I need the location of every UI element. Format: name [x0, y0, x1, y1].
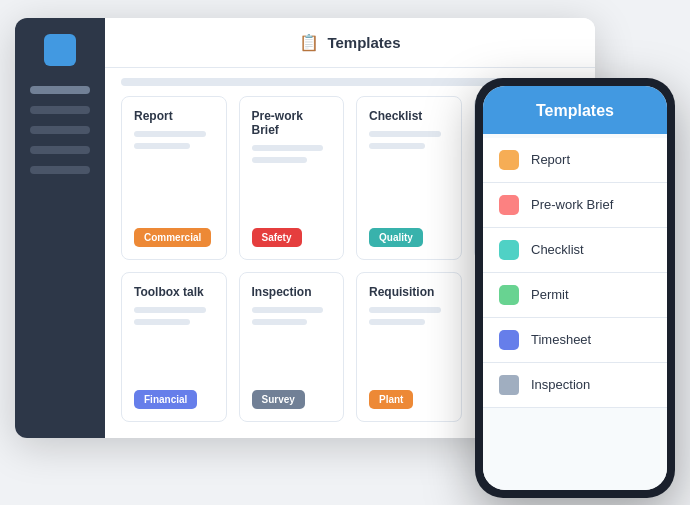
- list-label-prework: Pre-work Brief: [531, 197, 613, 212]
- list-label-checklist: Checklist: [531, 242, 584, 257]
- list-item-prework[interactable]: Pre-work Brief: [483, 183, 667, 228]
- card-prework[interactable]: Pre-work Brief Safety: [239, 96, 345, 260]
- list-item-checklist[interactable]: Checklist: [483, 228, 667, 273]
- card-line: [252, 307, 324, 313]
- mobile-phone: Templates Report Pre-work Brief Checklis…: [475, 78, 675, 498]
- card-toolbox-title: Toolbox talk: [134, 285, 214, 299]
- card-toolbox[interactable]: Toolbox talk Financial: [121, 272, 227, 422]
- sidebar-item-5[interactable]: [30, 166, 90, 174]
- sidebar-item-4[interactable]: [30, 146, 90, 154]
- card-line: [134, 307, 206, 313]
- sidebar-item-2[interactable]: [30, 106, 90, 114]
- sidebar-logo: [44, 34, 76, 66]
- scene: 📋 Templates Report Commercial Pre-wor: [15, 18, 675, 488]
- list-label-report: Report: [531, 152, 570, 167]
- card-line: [252, 157, 308, 163]
- list-label-permit: Permit: [531, 287, 569, 302]
- card-inspection-badge: Survey: [252, 390, 305, 409]
- card-inspection-title: Inspection: [252, 285, 332, 299]
- card-requisition[interactable]: Requisition Plant: [356, 272, 462, 422]
- card-line: [369, 143, 425, 149]
- card-requisition-badge: Plant: [369, 390, 413, 409]
- sidebar-item-3[interactable]: [30, 126, 90, 134]
- dot-checklist-icon: [499, 240, 519, 260]
- card-report-badge: Commercial: [134, 228, 211, 247]
- phone-screen: Templates Report Pre-work Brief Checklis…: [483, 86, 667, 490]
- dot-report-icon: [499, 150, 519, 170]
- card-toolbox-badge: Financial: [134, 390, 197, 409]
- card-line: [369, 131, 441, 137]
- card-line: [134, 131, 206, 137]
- card-line: [252, 319, 308, 325]
- card-checklist-title: Checklist: [369, 109, 449, 123]
- templates-icon: 📋: [299, 33, 319, 52]
- card-checklist[interactable]: Checklist Quality: [356, 96, 462, 260]
- card-line: [134, 143, 190, 149]
- dot-prework-icon: [499, 195, 519, 215]
- card-report[interactable]: Report Commercial: [121, 96, 227, 260]
- topbar-title: Templates: [327, 34, 400, 51]
- list-item-permit[interactable]: Permit: [483, 273, 667, 318]
- list-item-inspection[interactable]: Inspection: [483, 363, 667, 408]
- sidebar-item-1[interactable]: [30, 86, 90, 94]
- phone-header-title: Templates: [536, 102, 614, 119]
- list-label-timesheet: Timesheet: [531, 332, 591, 347]
- card-inspection[interactable]: Inspection Survey: [239, 272, 345, 422]
- card-line: [252, 145, 324, 151]
- card-requisition-title: Requisition: [369, 285, 449, 299]
- list-label-inspection: Inspection: [531, 377, 590, 392]
- topbar: 📋 Templates: [105, 18, 595, 68]
- card-prework-title: Pre-work Brief: [252, 109, 332, 137]
- card-prework-badge: Safety: [252, 228, 302, 247]
- card-line: [369, 319, 425, 325]
- dot-timesheet-icon: [499, 330, 519, 350]
- card-report-title: Report: [134, 109, 214, 123]
- phone-header: Templates: [483, 86, 667, 134]
- list-item-report[interactable]: Report: [483, 138, 667, 183]
- card-checklist-badge: Quality: [369, 228, 423, 247]
- sidebar: [15, 18, 105, 438]
- card-line: [369, 307, 441, 313]
- phone-list: Report Pre-work Brief Checklist Permit T: [483, 134, 667, 490]
- card-line: [134, 319, 190, 325]
- dot-inspection-icon: [499, 375, 519, 395]
- list-item-timesheet[interactable]: Timesheet: [483, 318, 667, 363]
- dot-permit-icon: [499, 285, 519, 305]
